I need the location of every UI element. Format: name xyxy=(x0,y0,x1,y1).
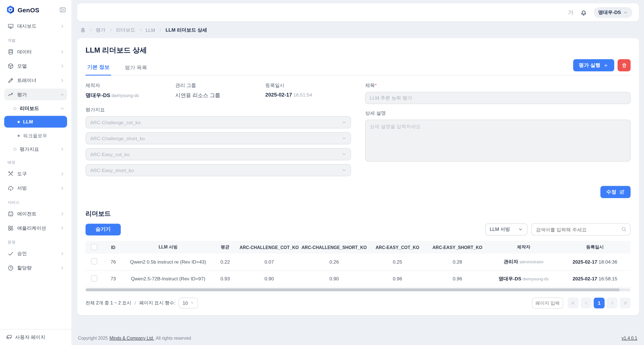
sidebar-item-agent[interactable]: 에이전트 xyxy=(4,208,67,220)
sidebar-item-trainer[interactable]: 트레이너 xyxy=(4,74,67,86)
description-textarea[interactable] xyxy=(365,120,631,162)
chevron-right-icon xyxy=(60,211,65,216)
pagination: 전체 2개 중 1 ~ 2 표시 / 페이지 표시 행수: 10 1 xyxy=(86,297,631,308)
sidebar-item-label: 애플리케이션 xyxy=(17,225,57,231)
notifications-button[interactable] xyxy=(580,9,587,16)
sidebar-item-label: 평가 xyxy=(17,91,57,98)
select-all-checkbox[interactable] xyxy=(91,244,97,250)
title-input[interactable] xyxy=(365,92,631,104)
user-menu[interactable]: 명대우-DS xyxy=(594,7,632,18)
page-1-button[interactable]: 1 xyxy=(594,297,605,308)
sidebar-item-label: 모델 xyxy=(17,63,57,69)
sidebar-item-serving[interactable]: 서빙 xyxy=(4,182,67,194)
cell-avg: 0.93 xyxy=(212,270,238,287)
version-link[interactable]: v1.4.0.1 xyxy=(622,335,637,341)
scrollbar-thumb[interactable] xyxy=(86,288,620,291)
chevron-right-icon xyxy=(60,64,65,68)
col-avg: 평균 xyxy=(212,241,238,254)
chevron-down-icon xyxy=(342,120,347,125)
metrics-label: 평가지표 xyxy=(86,107,351,113)
sidebar-item-quota[interactable]: 할당량 xyxy=(4,262,67,274)
user-page-link[interactable]: 사용자 페이지 xyxy=(0,329,71,345)
collapse-sidebar-icon[interactable] xyxy=(59,6,67,13)
metric-select-4[interactable]: ARC-Easy_short_ko xyxy=(86,164,351,177)
page-next-icon xyxy=(610,300,615,305)
page-number-input[interactable] xyxy=(532,297,563,308)
bullet-icon xyxy=(18,121,20,123)
company-link[interactable]: Minds & Company Ltd. xyxy=(110,335,154,341)
cell-arc-easy-short: 0.28 xyxy=(427,254,488,270)
serving-filter-value: LLM 서빙 xyxy=(490,226,510,233)
metric-select-3[interactable]: ARC-Easy_cot_ko xyxy=(86,148,351,161)
table-row[interactable]: 76 Qwen2 0.5b instruct re (Rev ID=43) 0.… xyxy=(86,254,631,270)
search-input[interactable] xyxy=(531,223,631,236)
breadcrumb-llm[interactable]: LLM xyxy=(146,27,155,32)
tab-basic-info[interactable]: 기본 정보 xyxy=(86,60,111,76)
row-checkbox[interactable] xyxy=(91,275,97,281)
sidebar-item-eval[interactable]: 평가 xyxy=(4,89,67,100)
sidebar-section-service: 서비스 xyxy=(4,196,67,208)
chevron-right-icon xyxy=(60,172,65,176)
sidebar-item-leaderboard[interactable]: 리더보드 xyxy=(4,103,67,114)
cell-id: 76 xyxy=(102,254,124,270)
tab-eval-list[interactable]: 평가 목록 xyxy=(123,60,149,75)
sidebar-item-label: 트레이너 xyxy=(17,77,57,83)
last-page-button[interactable] xyxy=(620,297,631,308)
robot-icon xyxy=(8,210,14,217)
run-evaluation-button[interactable]: 평가 실행 xyxy=(573,59,614,72)
row-checkbox[interactable] xyxy=(91,258,97,265)
metric-select-1[interactable]: ARC-Challenge_cot_ko xyxy=(86,116,351,129)
bell-icon xyxy=(580,9,587,16)
edit-button[interactable]: 수정 xyxy=(600,186,631,198)
breadcrumb-leaderboard[interactable]: 리더보드 xyxy=(116,27,135,33)
cell-created-at: 2025-02-17 18:04:36 xyxy=(559,254,631,270)
sidebar-item-label: 할당량 xyxy=(17,265,57,271)
metric-select-2[interactable]: ARC-Challenge_short_ko xyxy=(86,132,351,145)
breadcrumb-home[interactable]: 홈 xyxy=(80,27,85,33)
group-value: 시연용 리소스 그룹 xyxy=(175,92,261,99)
serving-filter-select[interactable]: LLM 서빙 xyxy=(485,223,528,236)
sidebar-item-data[interactable]: 데이터 xyxy=(4,46,67,58)
detail-card: LLM 리더보드 상세 기본 정보 평가 목록 평가 실행 xyxy=(77,38,639,315)
sidebar-item-label: LLM xyxy=(23,119,64,124)
sidebar-item-dashboard[interactable]: 대시보드 xyxy=(4,20,67,32)
leaderboard-toolbar: 숨기기 LLM 서빙 xyxy=(86,223,631,236)
metric-select-value: ARC-Challenge_cot_ko xyxy=(90,120,141,125)
sidebar-item-label: 도구 xyxy=(17,171,57,177)
language-toggle-button[interactable]: 가 xyxy=(568,9,574,16)
horizontal-scrollbar xyxy=(86,288,631,291)
sidebar-item-application[interactable]: 애플리케이션 xyxy=(4,222,67,234)
sidebar-item-tools[interactable]: 도구 xyxy=(4,168,67,180)
hide-button[interactable]: 숨기기 xyxy=(86,224,121,235)
cell-avg: 0.22 xyxy=(212,254,238,270)
cell-serving: Qwen2 0.5b instruct re (Rev ID=43) xyxy=(124,254,212,270)
prev-page-button[interactable] xyxy=(581,297,592,308)
sidebar-item-label: 데이터 xyxy=(17,48,57,55)
sidebar-item-llm[interactable]: LLM xyxy=(4,116,67,128)
page-last-icon xyxy=(623,300,628,305)
col-arc-challenge-short: ARC-CHALLENGE_SHORT_KO xyxy=(300,241,368,254)
brand-name: GenOS xyxy=(18,6,39,13)
page-footer: Copyright 2025 Minds & Company Ltd. All … xyxy=(77,332,639,345)
chevron-right-icon xyxy=(89,28,93,32)
database-icon xyxy=(8,48,14,55)
col-serving: LLM 서빙 xyxy=(124,241,212,254)
sidebar-item-metrics[interactable]: 평가지표 xyxy=(4,144,67,154)
rows-per-page-select[interactable]: 10 xyxy=(179,297,198,308)
sidebar-section-deploy: 배포 xyxy=(4,157,67,168)
first-page-button[interactable] xyxy=(568,297,579,308)
sidebar-item-approval[interactable]: 승인 xyxy=(4,248,67,259)
table-row[interactable]: 73 Qwen2.5-72B-Instruct (Rev ID=97) 0.93… xyxy=(86,270,631,287)
pencil-icon xyxy=(8,77,14,83)
breadcrumb-eval[interactable]: 평가 xyxy=(96,27,106,33)
sidebar-item-workflow[interactable]: 워크플로우 xyxy=(4,130,67,142)
metric-select-value: ARC-Challenge_short_ko xyxy=(90,136,145,141)
sidebar-item-model[interactable]: 모델 xyxy=(4,60,67,72)
brand-logo[interactable]: GenOS xyxy=(6,5,59,14)
sidebar-item-label: 평가지표 xyxy=(20,146,57,152)
edit-icon xyxy=(619,189,625,195)
next-page-button[interactable] xyxy=(607,297,618,308)
created-time: 16:51:54 xyxy=(293,92,312,97)
delete-button[interactable] xyxy=(618,59,631,72)
search-icon[interactable] xyxy=(621,226,627,232)
